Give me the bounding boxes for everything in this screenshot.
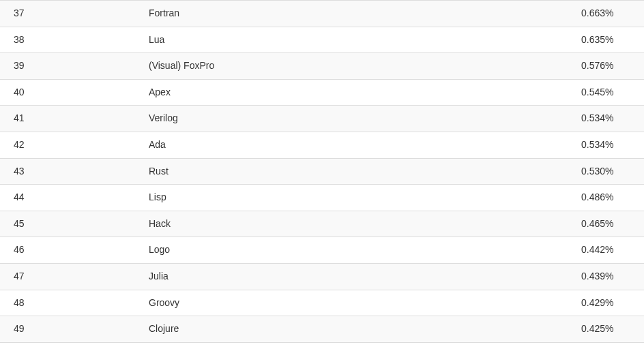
name-cell: Verilog [143, 106, 576, 132]
name-cell: Hack [143, 211, 576, 237]
table-row: 48 Groovy 0.429% [0, 290, 644, 316]
pct-cell: 0.530% [576, 158, 644, 185]
rank-cell: 41 [0, 106, 143, 132]
rank-cell: 50 [0, 342, 143, 351]
table-row: 49 Clojure 0.425% [0, 316, 644, 343]
name-cell: (Visual) FoxPro [143, 53, 576, 80]
rank-cell: 42 [0, 132, 143, 158]
pct-cell: 0.442% [576, 237, 644, 264]
table-row: 39 (Visual) FoxPro 0.576% [0, 53, 644, 80]
rank-cell: 39 [0, 53, 143, 80]
name-cell: Lisp [143, 185, 576, 211]
pct-cell: 0.534% [576, 106, 644, 132]
name-cell: Fortran [143, 1, 576, 27]
rank-cell: 45 [0, 211, 143, 237]
name-cell: Lua [143, 27, 576, 53]
ranking-table: 37 Fortran 0.663% 38 Lua 0.635% 39 (Visu… [0, 0, 644, 351]
rank-cell: 48 [0, 290, 143, 316]
rank-cell: 49 [0, 316, 143, 343]
rank-cell: 40 [0, 79, 143, 106]
table-row: 40 Apex 0.545% [0, 79, 644, 106]
pct-cell: 0.534% [576, 132, 644, 158]
table-row: 47 Julia 0.439% [0, 263, 644, 290]
name-cell: Julia [143, 263, 576, 290]
pct-cell: 0.465% [576, 211, 644, 237]
table-row: 43 Rust 0.530% [0, 158, 644, 185]
table-row: 41 Verilog 0.534% [0, 106, 644, 132]
name-cell: Rust [143, 158, 576, 185]
rank-cell: 46 [0, 237, 143, 264]
pct-cell: 0.429% [576, 290, 644, 316]
name-cell: Ada [143, 132, 576, 158]
table-row: 45 Hack 0.465% [0, 211, 644, 237]
rank-cell: 37 [0, 1, 143, 27]
pct-cell: 0.486% [576, 185, 644, 211]
table-row: 50 Maple 0.412% [0, 342, 644, 351]
name-cell: Maple [143, 342, 576, 351]
name-cell: Logo [143, 237, 576, 264]
table-row: 46 Logo 0.442% [0, 237, 644, 264]
table-row: 38 Lua 0.635% [0, 27, 644, 53]
pct-cell: 0.663% [576, 1, 644, 27]
table-row: 42 Ada 0.534% [0, 132, 644, 158]
pct-cell: 0.425% [576, 316, 644, 343]
pct-cell: 0.576% [576, 53, 644, 80]
name-cell: Clojure [143, 316, 576, 343]
pct-cell: 0.439% [576, 263, 644, 290]
rank-cell: 44 [0, 185, 143, 211]
table-row: 44 Lisp 0.486% [0, 185, 644, 211]
pct-cell: 0.412% [576, 342, 644, 351]
pct-cell: 0.635% [576, 27, 644, 53]
rank-cell: 38 [0, 27, 143, 53]
rank-cell: 43 [0, 158, 143, 185]
name-cell: Groovy [143, 290, 576, 316]
name-cell: Apex [143, 79, 576, 106]
table-row: 37 Fortran 0.663% [0, 1, 644, 27]
ranking-table-body: 37 Fortran 0.663% 38 Lua 0.635% 39 (Visu… [0, 1, 644, 352]
rank-cell: 47 [0, 263, 143, 290]
pct-cell: 0.545% [576, 79, 644, 106]
